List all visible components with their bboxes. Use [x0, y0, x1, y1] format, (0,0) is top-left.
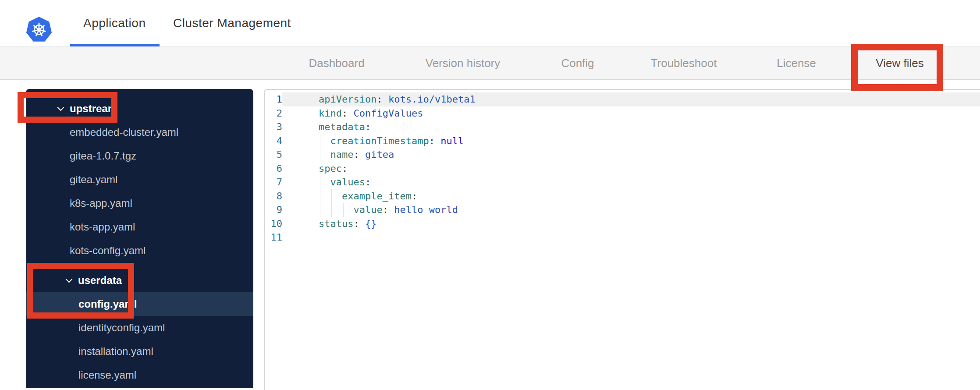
line-number: 5: [265, 148, 282, 162]
file-label: embedded-cluster.yaml: [70, 126, 178, 138]
file-tree: upstreamembedded-cluster.yamlgitea-1.0.7…: [26, 89, 253, 388]
tab-application[interactable]: Application: [83, 0, 146, 46]
app-subnav: DashboardVersion historyConfigTroublesho…: [0, 47, 980, 80]
code-line[interactable]: 8example_item:: [265, 189, 980, 203]
code-line[interactable]: 6spec:: [265, 162, 980, 176]
file-label: kots-config.yaml: [70, 245, 146, 257]
file-item-installation.yaml[interactable]: installation.yaml: [26, 340, 253, 363]
code-line[interactable]: 7values:: [265, 175, 980, 189]
line-number: 4: [265, 134, 282, 148]
code-line[interactable]: 2kind: ConfigValues: [265, 106, 980, 121]
file-item-config.yaml[interactable]: config.yaml: [26, 292, 253, 316]
subnav-item-troubleshoot[interactable]: Troubleshoot: [651, 47, 717, 79]
file-item-license.yaml[interactable]: license.yaml: [26, 363, 253, 387]
active-tab-underline: [70, 44, 160, 46]
file-label: installation.yaml: [78, 345, 153, 358]
file-item-kots-config.yaml[interactable]: kots-config.yaml: [26, 239, 253, 262]
tab-cluster-management[interactable]: Cluster Management: [173, 0, 291, 46]
line-number: 6: [265, 162, 282, 176]
code-line-text: creationTimestamp: null: [282, 134, 980, 148]
line-number: 11: [265, 230, 282, 245]
subnav-item-dashboard[interactable]: Dashboard: [309, 47, 364, 79]
file-label: k8s-app.yaml: [70, 197, 132, 209]
chevron-down-icon[interactable]: [58, 104, 64, 110]
file-label: license.yaml: [78, 369, 136, 381]
folder-label: upstream: [70, 103, 117, 115]
file-item-kots-app.yaml[interactable]: kots-app.yaml: [26, 215, 253, 239]
subnav-item-version-history[interactable]: Version history: [426, 47, 501, 79]
code-line-text: [282, 230, 980, 245]
kots-admin-console: Application Cluster Management Dashboard…: [0, 0, 980, 390]
code-line[interactable]: 11: [265, 230, 980, 245]
code-line[interactable]: 5name: gitea: [265, 148, 980, 162]
line-number: 10: [265, 217, 282, 231]
code-line[interactable]: 9value: hello world: [265, 203, 980, 217]
file-label: gitea.yaml: [70, 174, 117, 186]
code-line[interactable]: 3metadata:: [265, 120, 980, 134]
file-item-identityconfig.yaml[interactable]: identityconfig.yaml: [26, 316, 253, 340]
app-header: Application Cluster Management: [0, 0, 980, 47]
indent-guide: [331, 203, 343, 217]
file-label: identityconfig.yaml: [78, 322, 165, 334]
code-line[interactable]: 1apiVersion: kots.io/v1beta1: [265, 92, 980, 106]
folder-label: userdata: [78, 274, 122, 287]
code-line-text: example_item:: [282, 189, 980, 203]
code-line-text: name: gitea: [282, 148, 980, 162]
kubernetes-logo-icon: [25, 15, 53, 43]
file-item-gitea.yaml[interactable]: gitea.yaml: [26, 168, 253, 191]
code-line-text: spec:: [282, 162, 980, 176]
indent-guide: [320, 203, 331, 217]
line-number: 7: [265, 175, 282, 189]
subnav-item-license[interactable]: License: [777, 47, 816, 79]
file-item-gitea-1.0.7.tgz[interactable]: gitea-1.0.7.tgz: [26, 144, 253, 168]
indent-guide: [320, 189, 331, 203]
code-line-text: status: {}: [282, 217, 980, 231]
chevron-down-icon[interactable]: [66, 276, 72, 282]
line-number: 2: [265, 106, 282, 121]
code-line-text: kind: ConfigValues: [282, 106, 980, 121]
subnav-item-config[interactable]: Config: [561, 47, 594, 79]
code-line-text: metadata:: [282, 120, 980, 134]
line-number: 8: [265, 189, 282, 203]
file-label: kots-app.yaml: [70, 221, 135, 233]
folder-item-upstream[interactable]: upstream: [26, 97, 253, 121]
file-item-k8s-app.yaml[interactable]: k8s-app.yaml: [26, 191, 253, 215]
line-number: 9: [265, 203, 282, 217]
code-line-text: apiVersion: kots.io/v1beta1: [282, 92, 980, 106]
code-editor[interactable]: 1apiVersion: kots.io/v1beta12kind: Confi…: [264, 89, 980, 390]
code-line-text: value: hello world: [282, 203, 980, 217]
code-line-text: values:: [282, 175, 980, 189]
folder-item-userdata[interactable]: userdata: [26, 269, 253, 292]
line-number: 1: [265, 92, 282, 106]
code-line[interactable]: 10status: {}: [265, 217, 980, 231]
code-line[interactable]: 4creationTimestamp: null: [265, 134, 980, 148]
line-number: 3: [265, 120, 282, 134]
file-item-embedded-cluster.yaml[interactable]: embedded-cluster.yaml: [26, 121, 253, 144]
file-label: gitea-1.0.7.tgz: [70, 150, 136, 162]
file-label: config.yaml: [78, 298, 137, 310]
subnav-item-view-files[interactable]: View files: [876, 47, 923, 79]
